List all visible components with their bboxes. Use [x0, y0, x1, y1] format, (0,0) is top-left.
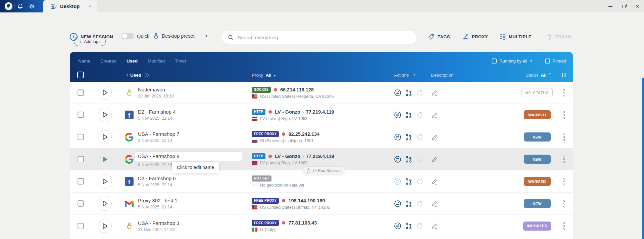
running-by-all-filter[interactable]: Running by all ▼ [492, 58, 533, 64]
row-menu-icon[interactable] [562, 110, 566, 120]
row-menu-icon[interactable] [562, 221, 566, 231]
trash-button[interactable]: TRASH [546, 34, 571, 40]
edit-description-icon[interactable] [431, 156, 519, 163]
transfer-icon[interactable] [394, 111, 401, 119]
transfer-icon[interactable] [394, 200, 401, 207]
chevron-down-icon[interactable]: ▼ [413, 74, 415, 77]
tab-timer[interactable]: Timer [175, 58, 186, 64]
tab-modified[interactable]: Modified [148, 58, 165, 64]
maximize-button[interactable] [622, 5, 626, 8]
profile-name[interactable]: Nodemaven [138, 87, 174, 92]
play-button[interactable] [98, 108, 112, 122]
refresh-icon[interactable] [416, 89, 424, 96]
edit-description-icon[interactable] [431, 133, 519, 141]
chevron-down-icon[interactable]: ▼ [274, 74, 276, 77]
play-button[interactable] [98, 174, 112, 189]
change-proxy-icon[interactable] [405, 89, 412, 96]
tab-name[interactable]: Name [78, 58, 90, 64]
chevron-down-icon[interactable]: ▼ [89, 5, 92, 8]
change-proxy-icon[interactable] [405, 133, 412, 141]
row-checkbox[interactable] [78, 89, 84, 96]
row-menu-icon[interactable] [562, 199, 566, 209]
change-proxy-icon[interactable] [405, 156, 412, 163]
sort-icon[interactable]: ↓↑ [125, 73, 128, 77]
profile-name[interactable]: D2 - Farmshop 6 [138, 175, 176, 181]
row-checkbox[interactable] [78, 112, 84, 118]
transfer-icon[interactable] [394, 133, 401, 141]
row-checkbox[interactable] [78, 223, 84, 229]
select-all-checkbox[interactable] [77, 72, 84, 78]
profile-name[interactable]: Proxy 302 - test 1 [138, 198, 178, 203]
status-badge[interactable]: NEW [524, 132, 551, 142]
row-checkbox[interactable] [78, 178, 84, 185]
chevron-down-icon[interactable]: ▼ [530, 59, 533, 63]
columns-settings-icon[interactable] [562, 73, 566, 77]
tags-button[interactable]: TAGS [428, 34, 450, 40]
quick-toggle[interactable]: Quick [121, 33, 149, 39]
row-menu-icon[interactable] [562, 88, 566, 98]
transfer-icon[interactable] [394, 178, 401, 185]
transfer-icon[interactable] [394, 156, 401, 163]
column-actions[interactable]: Actions▼ [393, 73, 424, 78]
status-badge[interactable]: IMPORTED [523, 222, 551, 231]
minimize-button[interactable] [608, 6, 612, 7]
status-badge[interactable]: WARMED [524, 110, 551, 119]
refresh-icon[interactable] [416, 133, 424, 141]
change-proxy-icon[interactable] [405, 178, 412, 185]
profile-name[interactable]: USA - Farmshop 7 [138, 131, 179, 137]
row-checkbox[interactable] [78, 134, 84, 140]
scrollbar-thumb[interactable] [642, 78, 644, 239]
checkbox[interactable] [545, 58, 550, 64]
play-button[interactable] [98, 219, 112, 233]
multiple-button[interactable]: MULTIPLE [499, 34, 532, 40]
row-checkbox[interactable] [78, 200, 84, 207]
settings-button[interactable] [26, 0, 38, 12]
refresh-icon[interactable] [416, 178, 424, 185]
edit-description-icon[interactable] [431, 89, 519, 96]
refresh-icon[interactable] [416, 200, 424, 207]
name-edit-input[interactable]: USA - Farmshop 8 [135, 152, 242, 161]
refresh-icon[interactable] [416, 156, 424, 163]
change-proxy-icon[interactable] [405, 222, 412, 230]
row-menu-icon[interactable] [562, 154, 566, 164]
play-button-active[interactable] [98, 152, 112, 166]
row-menu-icon[interactable] [562, 132, 566, 142]
app-logo[interactable] [3, 0, 14, 12]
pinned-filter[interactable]: Pinned [545, 58, 566, 64]
toggle-switch[interactable] [121, 33, 134, 39]
play-button[interactable] [98, 130, 112, 144]
column-status[interactable]: StatusAll▼ [519, 73, 555, 78]
add-tags-button[interactable]: + Add tags [74, 37, 106, 46]
tab-desktop[interactable]: Desktop ▼ [43, 0, 97, 12]
checkbox[interactable] [492, 58, 497, 64]
transfer-icon[interactable] [394, 222, 401, 230]
search-input[interactable] [238, 35, 410, 40]
refresh-icon[interactable] [416, 111, 424, 119]
profile-name[interactable]: D2 - Farmshop 4 [138, 109, 176, 115]
profile-name[interactable]: USA - Farmshop 3 [138, 220, 179, 226]
search-bar[interactable] [222, 31, 416, 44]
status-badge[interactable]: NO STATUS [522, 88, 552, 97]
tab-created[interactable]: Created [100, 58, 116, 64]
edit-description-icon[interactable] [431, 222, 519, 230]
status-badge[interactable]: NEW [524, 199, 551, 208]
close-button[interactable]: ✕ [635, 4, 639, 9]
change-proxy-icon[interactable] [405, 111, 412, 119]
transfer-icon[interactable] [394, 89, 401, 96]
chevron-down-icon[interactable]: ▼ [549, 73, 551, 78]
column-proxy[interactable]: ProxyAll▼ [251, 73, 393, 78]
play-button[interactable] [98, 197, 112, 211]
row-checkbox[interactable] [78, 156, 84, 162]
edit-description-icon[interactable] [431, 178, 519, 185]
preset-selector[interactable]: Desktop preset ▼ [153, 33, 208, 39]
proxy-button[interactable]: PROXY [462, 34, 488, 40]
column-used[interactable]: ↓↑ Used [118, 73, 251, 78]
edit-description-icon[interactable] [431, 200, 519, 207]
edit-description-icon[interactable] [431, 111, 519, 119]
change-proxy-icon[interactable] [405, 200, 412, 207]
chevron-down-icon[interactable]: ▼ [205, 34, 208, 38]
tab-used[interactable]: Used [127, 58, 138, 64]
status-badge[interactable]: WARMED [524, 177, 551, 186]
row-menu-icon[interactable] [562, 176, 566, 187]
play-button[interactable] [98, 86, 112, 100]
